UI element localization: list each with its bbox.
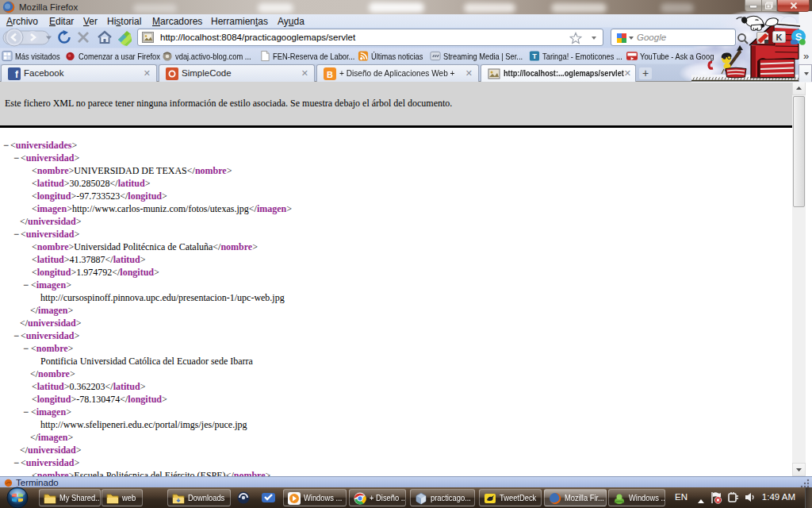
svg-text:T: T: [532, 52, 537, 60]
svg-text:B: B: [327, 70, 333, 79]
